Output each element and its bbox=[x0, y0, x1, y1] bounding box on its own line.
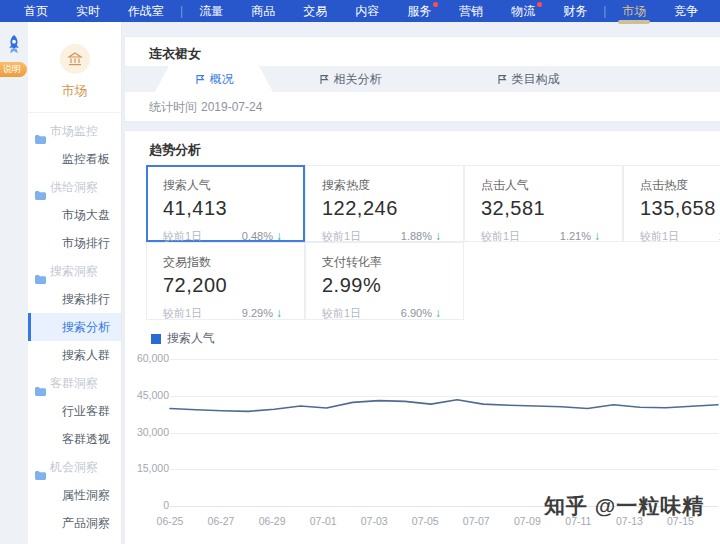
metric-grid: 搜索人气41,413较前1日0.48%↓搜索热度122,246较前1日1.88%… bbox=[146, 165, 720, 320]
chart-gridline bbox=[170, 359, 718, 360]
nav-item-compete[interactable]: 竞争 bbox=[660, 0, 712, 22]
flag-icon bbox=[319, 74, 329, 85]
nav-separator: | bbox=[178, 4, 185, 18]
flag-icon bbox=[497, 74, 507, 85]
sidebar-group-supply-insight[interactable]: 供给洞察 bbox=[28, 173, 121, 201]
metric-label: 点击人气 bbox=[481, 177, 622, 194]
nav-item-traffic[interactable]: 流量 bbox=[185, 0, 237, 22]
nav-item-marketing[interactable]: 营销 bbox=[445, 0, 497, 22]
top-navigation: 首页实时作战室|流量商品交易内容服务营销物流财务|市场竞争 bbox=[0, 0, 720, 22]
x-axis-tick-label: 06-27 bbox=[199, 515, 243, 527]
metric-card-search-popularity[interactable]: 搜索人气41,413较前1日0.48%↓ bbox=[146, 165, 305, 242]
metric-value: 2.99% bbox=[322, 274, 463, 297]
nav-item-home[interactable]: 首页 bbox=[10, 0, 62, 22]
stat-date: 2019-07-24 bbox=[201, 100, 262, 114]
sidebar-item-label: 产品洞察 bbox=[62, 516, 110, 530]
nav-item-market[interactable]: 市场 bbox=[608, 0, 660, 22]
sidebar-group-market-monitor[interactable]: 市场监控 bbox=[28, 117, 121, 145]
sidebar-item-label: 搜索排行 bbox=[62, 292, 110, 306]
compare-label: 较前1日 bbox=[322, 306, 361, 321]
sidebar-item-market-ranking[interactable]: 市场排行 bbox=[28, 229, 121, 257]
metric-value: 135,658 bbox=[640, 197, 720, 220]
tab-overview[interactable]: 概况 bbox=[155, 66, 273, 92]
sidebar-item-search-ranking[interactable]: 搜索排行 bbox=[28, 285, 121, 313]
sidebar-item-monitor-board[interactable]: 监控看板 bbox=[28, 145, 121, 173]
chart-gridline bbox=[170, 469, 718, 470]
tab-category-composition[interactable]: 类目构成 bbox=[469, 66, 587, 92]
tab-label: 相关分析 bbox=[334, 66, 382, 92]
nav-item-realtime[interactable]: 实时 bbox=[62, 0, 114, 22]
x-axis-tick-label: 07-09 bbox=[505, 515, 549, 527]
sidebar-group-opportunity-insight[interactable]: 机会洞察 bbox=[28, 453, 121, 481]
sidebar-item-market-overview[interactable]: 市场大盘 bbox=[28, 201, 121, 229]
sidebar-item-attribute-insight[interactable]: 属性洞察 bbox=[28, 481, 121, 509]
metric-card-click-popularity[interactable]: 点击人气32,581较前1日1.21%↓ bbox=[464, 165, 623, 242]
x-axis-tick-label: 06-25 bbox=[148, 515, 192, 527]
nav-item-label: 市场 bbox=[622, 4, 646, 18]
metric-label: 搜索人气 bbox=[163, 177, 304, 194]
sidebar-group-search-insight[interactable]: 搜索洞察 bbox=[28, 257, 121, 285]
y-axis-tick-label: 30,000 bbox=[125, 426, 169, 438]
nav-item-product[interactable]: 商品 bbox=[237, 0, 289, 22]
sidebar-item-label: 监控看板 bbox=[62, 152, 110, 166]
chart-legend[interactable]: 搜索人气 bbox=[151, 330, 215, 347]
x-axis-tick-label: 07-03 bbox=[352, 515, 396, 527]
stat-time: 统计时间2019-07-24 bbox=[149, 99, 266, 116]
sidebar-item-label: 搜索洞察 bbox=[50, 264, 98, 278]
nav-item-label: 竞争 bbox=[674, 4, 698, 18]
sidebar-item-label: 市场排行 bbox=[62, 236, 110, 250]
tab-bar: 概况 相关分析 类目构成 bbox=[125, 66, 720, 92]
sidebar-header: 市场 bbox=[28, 22, 121, 113]
y-axis-tick-label: 0 bbox=[125, 499, 169, 511]
nav-item-label: 内容 bbox=[355, 4, 379, 18]
down-arrow-icon: ↓ bbox=[435, 229, 441, 243]
y-axis-tick-label: 45,000 bbox=[125, 389, 169, 401]
metric-card-empty bbox=[464, 242, 623, 320]
notification-dot-icon bbox=[537, 2, 542, 7]
sidebar-group-audience-insight[interactable]: 客群洞察 bbox=[28, 369, 121, 397]
metric-compare: 较前1日9.29%↓ bbox=[163, 306, 304, 321]
keyword-title: 连衣裙女 bbox=[149, 45, 201, 63]
sidebar-item-label: 市场监控 bbox=[50, 124, 98, 138]
sidebar-item-audience-perspective[interactable]: 客群透视 bbox=[28, 425, 121, 453]
nav-item-logistics[interactable]: 物流 bbox=[497, 0, 549, 22]
sidebar-item-product-insight[interactable]: 产品洞察 bbox=[28, 509, 121, 537]
nav-item-label: 服务 bbox=[407, 4, 431, 18]
compare-label: 较前1日 bbox=[163, 306, 202, 321]
sidebar-item-industry-audience[interactable]: 行业客群 bbox=[28, 397, 121, 425]
metric-label: 点击热度 bbox=[640, 177, 720, 194]
sidebar: 市场 市场监控监控看板供给洞察市场大盘市场排行搜索洞察搜索排行搜索分析搜索人群客… bbox=[28, 22, 122, 544]
sidebar-item-label: 搜索人群 bbox=[62, 348, 110, 362]
compare-change: 6.90%↓ bbox=[401, 306, 441, 321]
tab-related-analysis[interactable]: 相关分析 bbox=[291, 66, 409, 92]
nav-item-finance[interactable]: 财务 bbox=[549, 0, 601, 22]
nav-item-label: 物流 bbox=[511, 4, 535, 18]
metric-value: 72,200 bbox=[163, 274, 304, 297]
sidebar-module-title: 市场 bbox=[28, 82, 121, 100]
help-tag[interactable]: 说明 bbox=[0, 62, 27, 77]
nav-item-label: 交易 bbox=[303, 4, 327, 18]
x-axis-tick-label: 06-29 bbox=[250, 515, 294, 527]
chart-gridline bbox=[170, 433, 718, 434]
metric-card-search-heat[interactable]: 搜索热度122,246较前1日1.88%↓ bbox=[305, 165, 464, 242]
nav-item-content[interactable]: 内容 bbox=[341, 0, 393, 22]
metric-card-click-heat[interactable]: 点击热度135,658较前1日1.06%↓ bbox=[623, 165, 720, 242]
main-header: 连衣裙女 概况 相关分析 类目构成 统计时间2019-07-24 bbox=[124, 36, 720, 122]
metric-card-transaction-index[interactable]: 交易指数72,200较前1日9.29%↓ bbox=[146, 242, 305, 320]
sidebar-item-label: 属性洞察 bbox=[62, 488, 110, 502]
sidebar-item-label: 客群透视 bbox=[62, 432, 110, 446]
metric-card-payment-conversion[interactable]: 支付转化率2.99%较前1日6.90%↓ bbox=[305, 242, 464, 320]
nav-item-war-room[interactable]: 作战室 bbox=[114, 0, 178, 22]
sidebar-item-search-audience[interactable]: 搜索人群 bbox=[28, 341, 121, 369]
down-arrow-icon: ↓ bbox=[435, 306, 441, 320]
tab-label: 类目构成 bbox=[512, 66, 560, 92]
nav-item-trade[interactable]: 交易 bbox=[289, 0, 341, 22]
sidebar-item-search-analysis[interactable]: 搜索分析 bbox=[28, 313, 121, 341]
metric-value: 32,581 bbox=[481, 197, 622, 220]
nav-item-service[interactable]: 服务 bbox=[393, 0, 445, 22]
metric-label: 交易指数 bbox=[163, 254, 304, 271]
x-axis-tick-label: 07-01 bbox=[301, 515, 345, 527]
section-title: 趋势分析 bbox=[149, 141, 201, 159]
nav-separator: | bbox=[601, 4, 608, 18]
rocket-icon[interactable] bbox=[3, 34, 25, 62]
